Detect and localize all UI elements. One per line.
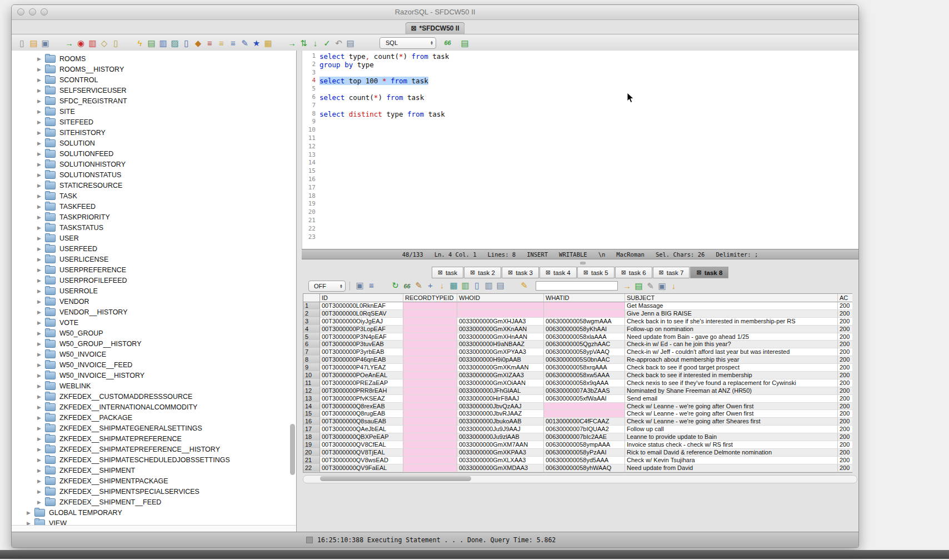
result-tab-task-7[interactable]: ⊠task 7 [653, 267, 690, 278]
edit-sql-icon[interactable]: ✎ [239, 37, 251, 48]
view-glasses-icon[interactable]: 66 [401, 281, 413, 292]
sidebar-item-w50-group-history[interactable]: ▶W50_GROUP__HISTORY [12, 338, 296, 349]
close-tab-icon[interactable]: ⊠ [621, 269, 626, 276]
columns-icon[interactable]: ▥ [459, 280, 471, 291]
rollback-icon[interactable]: ↶ [333, 37, 344, 48]
sql-mode-select[interactable]: SQL▲▼ [379, 37, 436, 49]
disclosure-triangle-icon[interactable]: ▶ [37, 151, 45, 157]
title-bar[interactable]: RazorSQL - SFDCW50 II [12, 5, 858, 20]
disclosure-triangle-icon[interactable]: ▶ [37, 478, 45, 484]
execute-all-icon[interactable]: ⇅ [298, 37, 309, 48]
close-tab-icon[interactable]: ⊠ [411, 25, 416, 32]
disclosure-triangle-icon[interactable]: ▶ [37, 299, 45, 304]
copy-icon[interactable]: ▥ [483, 280, 495, 291]
open-file-icon[interactable]: ▤ [28, 37, 39, 48]
checklist-icon[interactable]: ▤ [146, 37, 157, 48]
disclosure-triangle-icon[interactable]: ▶ [37, 468, 45, 473]
table-row[interactable]: 1000T3000000POeAnEAL0033000000GmXIZAA300… [303, 372, 852, 379]
result-tab-task[interactable]: ⊠task [432, 267, 463, 278]
disclosure-triangle-icon[interactable]: ▶ [37, 331, 45, 336]
disclosure-triangle-icon[interactable]: ▶ [37, 415, 45, 421]
table-row[interactable]: 900T3000000P47LYEAZ0033000000GmXKmAAN006… [303, 364, 852, 372]
edit-cell-icon[interactable]: ✎ [413, 280, 424, 291]
result-tab-task-5[interactable]: ⊠task 5 [577, 267, 615, 278]
disclosure-triangle-icon[interactable]: ▶ [37, 309, 45, 315]
export-file-icon[interactable]: ▤ [633, 281, 645, 292]
disclosure-triangle-icon[interactable]: ▶ [37, 341, 45, 347]
sidebar-item-zkfedex-shipmentspecialservices[interactable]: ▶ZKFEDEX__SHIPMENTSPECIALSERVICES [12, 486, 296, 497]
tree-vertical-scrollbar-thumb[interactable] [290, 424, 295, 475]
table-row[interactable]: 2000T3000000QV8TjEAL0033000000GmXKPAA300… [303, 449, 852, 457]
database-icon[interactable]: ▯ [110, 37, 122, 48]
book-icon[interactable]: ◆ [192, 37, 204, 48]
fetch-next-icon[interactable]: ↓ [309, 37, 321, 48]
disclosure-triangle-icon[interactable]: ▶ [37, 383, 45, 389]
table-row[interactable]: 1800T3000000QBXPeEAP0033000000Ju9zlAAB00… [303, 433, 852, 441]
execute-sql-icon[interactable]: ϟ [134, 37, 146, 48]
notebook-icon[interactable]: ▯ [181, 37, 192, 48]
sidebar-item-w50-group[interactable]: ▶W50_GROUP [12, 328, 296, 338]
sidebar-item-zkfedex-internationalcommodity[interactable]: ▶ZKFEDEX__INTERNATIONALCOMMODITY [12, 402, 296, 412]
highlight-pen-icon[interactable]: ✎ [518, 280, 530, 291]
close-tab-icon[interactable]: ⊠ [508, 269, 513, 276]
sidebar-item-userfeed[interactable]: ▶USERFEED [12, 243, 296, 254]
result-tab-task-3[interactable]: ⊠task 3 [502, 267, 539, 278]
close-tab-icon[interactable]: ⊠ [438, 269, 443, 276]
column-header-id[interactable]: ID [320, 294, 403, 302]
disclosure-triangle-icon[interactable]: ▶ [37, 447, 45, 452]
sidebar-item-solutionhistory[interactable]: ▶SOLUTIONHISTORY [12, 159, 296, 169]
disclosure-triangle-icon[interactable]: ▶ [37, 288, 45, 294]
column-header-recordtypeid[interactable]: RECORDTYPEID [403, 294, 457, 302]
edit-notes-icon[interactable]: ✎ [645, 281, 656, 292]
commit-icon[interactable]: ✓ [321, 37, 333, 48]
disclosure-triangle-icon[interactable]: ▶ [37, 426, 45, 431]
reload-table-icon[interactable]: ▦ [448, 280, 459, 291]
save-file-icon[interactable]: ▣ [656, 281, 668, 292]
execute-statement-icon[interactable]: → [286, 37, 298, 48]
disclosure-triangle-icon[interactable]: ▶ [37, 267, 45, 273]
table-row[interactable]: 1400T3000000Q8rexEAB0033000000JbvQzAAJCh… [303, 403, 852, 411]
disclosure-triangle-icon[interactable]: ▶ [37, 436, 45, 442]
sidebar-item-sfdc-registrant[interactable]: ▶SFDC_REGISTRANT [12, 96, 296, 106]
sidebar-item-selfserviceuser[interactable]: ▶SELFSERVICEUSER [12, 85, 296, 96]
disclosure-triangle-icon[interactable]: ▶ [37, 225, 45, 231]
close-tab-icon[interactable]: ⊠ [659, 269, 664, 276]
favorites-star-icon[interactable]: ★ [251, 37, 262, 48]
sidebar-item-zkfedex-shipment[interactable]: ▶ZKFEDEX__SHIPMENT [12, 465, 296, 476]
sidebar-item-w50-invoice-feed[interactable]: ▶W50_INVOICE__FEED [12, 359, 296, 370]
splitter-dimple-icon[interactable] [580, 262, 586, 264]
export-rows-icon[interactable]: ↓ [436, 280, 448, 291]
sidebar-item-taskstatus[interactable]: ▶TASKSTATUS [12, 222, 296, 233]
table-edit-icon[interactable]: ▦ [262, 37, 274, 48]
column-header-ac[interactable]: AC [838, 294, 852, 302]
column-header-subject[interactable]: SUBJECT [625, 294, 838, 302]
disclosure-triangle-icon[interactable]: ▶ [37, 457, 45, 463]
table-row[interactable]: 2200T3000000QV9FaEAL0033000000GmXMDAA300… [303, 464, 852, 472]
indent-list-icon[interactable]: ≡ [227, 37, 239, 48]
sidebar-item-user[interactable]: ▶USER [12, 233, 296, 243]
close-window-button[interactable] [17, 8, 24, 16]
disclosure-triangle-icon[interactable]: ▶ [37, 489, 45, 494]
table-row[interactable]: 1700T3000000QAeJbEAL0033000000Ju9J9AAJ00… [303, 426, 852, 433]
sidebar-item-weblink[interactable]: ▶WEBLINK [12, 381, 296, 391]
minimize-window-button[interactable] [29, 8, 36, 16]
sort-list-icon[interactable]: ≡ [216, 37, 227, 48]
sidebar-item-zkfedex-shipmatepreference-history[interactable]: ▶ZKFEDEX__SHIPMATEPREFERENCE__HISTORY [12, 444, 296, 454]
disclosure-triangle-icon[interactable]: ▶ [37, 214, 45, 220]
sidebar-item-zkfedex-shipmatescheduledjobssettings[interactable]: ▶ZKFEDEX__SHIPMATESCHEDULEDJOBSSETTINGS [12, 454, 296, 465]
close-tab-icon[interactable]: ⊠ [696, 269, 701, 276]
sidebar-item-zkfedex-shipmatepreference[interactable]: ▶ZKFEDEX__SHIPMATEPREFERENCE [12, 433, 296, 444]
sidebar-item-zkfedex-shipmategeneralsettings[interactable]: ▶ZKFEDEX__SHIPMATEGENERALSETTINGS [12, 423, 296, 433]
disclosure-triangle-icon[interactable]: ▶ [37, 172, 45, 178]
document-tab[interactable]: ⊠ *SFDCW50 II [405, 22, 464, 34]
sidebar-item-solutionstatus[interactable]: ▶SOLUTIONSTATUS [12, 169, 296, 180]
table-row[interactable]: 200T3000000L0RqSEAVGive Jenn a BIG RAISE… [303, 310, 852, 318]
disclosure-triangle-icon[interactable]: ▶ [37, 499, 45, 505]
sidebar-item-task[interactable]: ▶TASK [12, 191, 296, 201]
new-document-icon[interactable]: ▯ [16, 37, 28, 48]
sidebar-item-zkfedex-customaddresssource[interactable]: ▶ZKFEDEX__CUSTOMADDRESSSOURCE [12, 391, 296, 402]
disclosure-triangle-icon[interactable]: ▶ [37, 193, 45, 199]
connect-icon[interactable]: → [63, 37, 75, 48]
disclosure-triangle-icon[interactable]: ▶ [37, 67, 45, 72]
disclosure-triangle-icon[interactable]: ▶ [37, 246, 45, 252]
